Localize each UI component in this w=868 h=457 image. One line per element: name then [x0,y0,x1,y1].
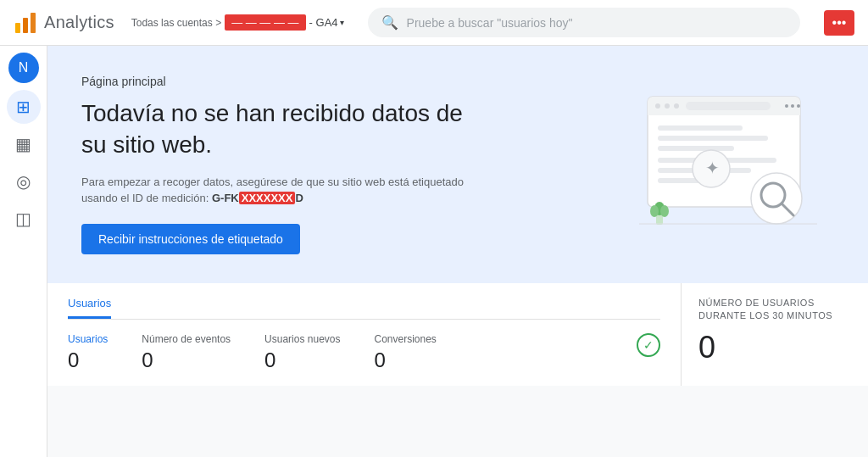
svg-point-7 [665,103,670,109]
measurement-id: G-FKXXXXXXXD [212,192,303,204]
metric-nuevos-label: Usuarios nuevos [264,333,340,345]
metric-nuevos-value: 0 [264,348,340,372]
svg-point-26 [650,205,659,217]
page-title: Página principal [81,75,488,88]
svg-rect-11 [658,136,768,141]
reports-icon: ▦ [15,134,31,154]
svg-rect-10 [658,125,743,131]
stats-section: Usuarios Usuarios 0 Número de eventos 0 … [47,283,868,386]
stats-right-panel: NÚMERO DE USUARIOS DURANTE LOS 30 MINUTO… [682,283,868,386]
stats-metrics: Usuarios 0 Número de eventos 0 Usuarios … [68,333,660,372]
metric-eventos-value: 0 [142,348,231,372]
tab-usuarios[interactable]: Usuarios [68,297,111,319]
svg-point-8 [674,103,679,109]
sidebar-item-advertising[interactable]: ◫ [7,202,41,236]
ga4-selector[interactable]: - GA4 ▾ [309,16,344,29]
sidebar: N ⊞ ▦ ◎ ◫ [0,46,47,457]
right-panel-label: NÚMERO DE USUARIOS DURANTE LOS 30 MINUTO… [698,297,851,323]
illustration-svg: ✦ [580,80,834,249]
banner-description: Para empezar a recoger datos, asegúrese … [81,174,488,207]
no-data-banner: Página principal Todavía no se han recib… [47,46,868,283]
more-options-button[interactable]: ••• [824,10,854,36]
verified-badge: ✓ [637,333,660,357]
svg-rect-0 [15,23,20,33]
main-content: Página principal Todavía no se han recib… [47,46,868,457]
metric-nuevos: Usuarios nuevos 0 [264,333,340,372]
svg-rect-2 [31,13,36,33]
stats-main: Usuarios Usuarios 0 Número de eventos 0 … [47,283,682,386]
svg-rect-1 [23,18,28,33]
svg-point-6 [655,103,660,109]
sidebar-item-explore[interactable]: ◎ [7,164,41,198]
banner-headline: Todavía no se han recibido datos de su s… [81,98,488,160]
svg-rect-9 [686,102,771,110]
home-icon: ⊞ [16,97,31,117]
svg-rect-12 [658,146,734,151]
stats-tabs: Usuarios [68,297,660,320]
metric-eventos: Número de eventos 0 [142,333,231,372]
metric-usuarios: Usuarios 0 [68,333,108,372]
metric-usuarios-label: Usuarios [68,333,108,345]
logo-area: Analytics [14,11,114,35]
account-selector[interactable]: Todas las cuentas > — — — — — - GA4 ▾ [131,14,344,31]
account-name[interactable]: — — — — — [225,14,305,31]
tagging-instructions-button[interactable]: Recibir instrucciones de etiquetado [81,224,300,254]
search-placeholder-text: Pruebe a buscar "usuarios hoy" [407,16,573,30]
advertising-icon: ◫ [15,209,31,229]
chevron-down-icon: ▾ [340,18,344,27]
avatar[interactable]: N [8,53,39,83]
search-icon: 🔍 [381,14,398,31]
metric-usuarios-value: 0 [68,348,108,372]
metric-conversiones-value: 0 [374,348,436,372]
svg-text:✦: ✦ [705,159,720,177]
banner-text: Página principal Todavía no se han recib… [81,75,488,254]
svg-point-18 [785,104,788,108]
metric-conversiones: Conversiones 0 [374,333,436,372]
search-bar[interactable]: 🔍 Pruebe a buscar "usuarios hoy" [368,8,800,37]
right-panel-value: 0 [698,330,851,365]
svg-point-20 [797,104,800,108]
sidebar-item-reports[interactable]: ▦ [7,127,41,161]
banner-illustration: ✦ [580,80,834,249]
breadcrumb-text: Todas las cuentas > [131,17,221,29]
metric-eventos-label: Número de eventos [142,333,231,345]
verified-icon: ✓ [637,333,660,357]
app-title: Analytics [44,13,114,32]
analytics-logo-icon [14,11,37,35]
app-header: Analytics Todas las cuentas > — — — — — … [0,0,868,46]
svg-point-27 [660,205,669,217]
svg-point-19 [791,104,794,108]
sidebar-item-home[interactable]: ⊞ [7,90,41,124]
explore-icon: ◎ [16,171,31,192]
metric-conversiones-label: Conversiones [374,333,436,345]
